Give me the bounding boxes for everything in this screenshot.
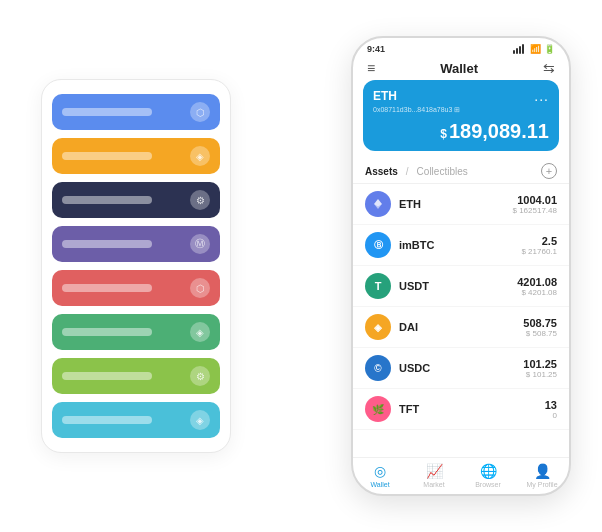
card-text-bar-7	[62, 416, 152, 424]
wifi-icon: 📶	[530, 44, 541, 54]
balance-amount: 189,089.11	[449, 120, 549, 142]
asset-amount-usd-tft: 0	[545, 411, 557, 420]
eth-card-name: ETH	[373, 89, 397, 103]
card-text-bar-3	[62, 240, 152, 248]
eth-card-balance: $189,089.11	[373, 120, 549, 143]
card-icon-3: Ⓜ	[190, 234, 210, 254]
asset-amount-usd-imbtc: $ 21760.1	[521, 247, 557, 256]
asset-amounts-imbtc: 2.5 $ 21760.1	[521, 235, 557, 256]
eth-card-more-icon[interactable]: ...	[534, 88, 549, 104]
asset-item-usdc[interactable]: © USDC 101.25 $ 101.25	[353, 348, 569, 389]
bottom-nav-profile[interactable]: 👤 My Profile	[515, 463, 569, 488]
asset-item-tft[interactable]: 🌿 TFT 13 0	[353, 389, 569, 430]
card-text-bar-0	[62, 108, 152, 116]
battery-icon: 🔋	[544, 44, 555, 54]
card-stack: ⬡ ◈ ⚙ Ⓜ ⬡ ◈ ⚙ ◈	[41, 79, 231, 453]
market-nav-label: Market	[423, 481, 444, 488]
eth-card[interactable]: ETH ... 0x08711d3b...8418a78u3 ⊞ $189,08…	[363, 80, 559, 151]
asset-icon-dai: ◈	[365, 314, 391, 340]
phone-mockup: 9:41 📶 🔋 ≡ Wallet ⇆ ETH ...	[351, 36, 571, 496]
browser-nav-icon: 🌐	[480, 463, 497, 479]
card-text-bar-2	[62, 196, 152, 204]
card-icon-4: ⬡	[190, 278, 210, 298]
add-asset-button[interactable]: +	[541, 163, 557, 179]
currency-symbol: $	[440, 127, 447, 141]
asset-name-usdt: USDT	[399, 280, 517, 292]
card-item-0[interactable]: ⬡	[52, 94, 220, 130]
asset-icon-usdt: T	[365, 273, 391, 299]
profile-nav-icon: 👤	[534, 463, 551, 479]
asset-amounts-usdc: 101.25 $ 101.25	[523, 358, 557, 379]
asset-item-imbtc[interactable]: Ⓑ imBTC 2.5 $ 21760.1	[353, 225, 569, 266]
asset-item-eth[interactable]: ETH 1004.01 $ 162517.48	[353, 184, 569, 225]
asset-list: ETH 1004.01 $ 162517.48 Ⓑ imBTC 2.5 $ 21…	[353, 184, 569, 457]
asset-name-usdc: USDC	[399, 362, 523, 374]
asset-amount-main-eth: 1004.01	[513, 194, 558, 206]
asset-icon-imbtc: Ⓑ	[365, 232, 391, 258]
card-icon-7: ◈	[190, 410, 210, 430]
asset-amounts-usdt: 4201.08 $ 4201.08	[517, 276, 557, 297]
tab-assets[interactable]: Assets	[365, 166, 398, 177]
svg-marker-0	[374, 199, 382, 207]
card-item-2[interactable]: ⚙	[52, 182, 220, 218]
asset-amount-usd-eth: $ 162517.48	[513, 206, 558, 215]
wallet-nav-label: Wallet	[370, 481, 389, 488]
eth-card-header: ETH ...	[373, 88, 549, 104]
bottom-nav: ◎ Wallet 📈 Market 🌐 Browser 👤 My Profile	[353, 457, 569, 494]
card-icon-1: ◈	[190, 146, 210, 166]
bottom-nav-market[interactable]: 📈 Market	[407, 463, 461, 488]
asset-amount-main-usdc: 101.25	[523, 358, 557, 370]
asset-amounts-eth: 1004.01 $ 162517.48	[513, 194, 558, 215]
asset-amount-main-tft: 13	[545, 399, 557, 411]
asset-name-tft: TFT	[399, 403, 545, 415]
market-nav-icon: 📈	[426, 463, 443, 479]
card-icon-0: ⬡	[190, 102, 210, 122]
nav-title: Wallet	[440, 61, 478, 76]
tab-collectibles[interactable]: Collectibles	[417, 166, 468, 177]
nav-bar: ≡ Wallet ⇆	[353, 56, 569, 80]
wallet-nav-icon: ◎	[374, 463, 386, 479]
asset-amount-usd-usdt: $ 4201.08	[517, 288, 557, 297]
card-icon-5: ◈	[190, 322, 210, 342]
profile-nav-label: My Profile	[526, 481, 557, 488]
asset-name-eth: ETH	[399, 198, 513, 210]
eth-card-address: 0x08711d3b...8418a78u3 ⊞	[373, 106, 549, 114]
card-text-bar-4	[62, 284, 152, 292]
card-item-5[interactable]: ◈	[52, 314, 220, 350]
card-text-bar-5	[62, 328, 152, 336]
asset-name-dai: DAI	[399, 321, 523, 333]
asset-amounts-tft: 13 0	[545, 399, 557, 420]
asset-amount-main-imbtc: 2.5	[521, 235, 557, 247]
tab-separator: /	[406, 166, 409, 177]
status-icons: 📶 🔋	[513, 44, 555, 54]
asset-amount-main-dai: 508.75	[523, 317, 557, 329]
status-time: 9:41	[367, 44, 385, 54]
signal-icon	[513, 44, 524, 54]
scene: ⬡ ◈ ⚙ Ⓜ ⬡ ◈ ⚙ ◈	[21, 21, 581, 511]
asset-amount-usd-dai: $ 508.75	[523, 329, 557, 338]
card-item-3[interactable]: Ⓜ	[52, 226, 220, 262]
bottom-nav-wallet[interactable]: ◎ Wallet	[353, 463, 407, 488]
asset-amount-usd-usdc: $ 101.25	[523, 370, 557, 379]
bottom-nav-browser[interactable]: 🌐 Browser	[461, 463, 515, 488]
card-text-bar-6	[62, 372, 152, 380]
card-item-7[interactable]: ◈	[52, 402, 220, 438]
asset-icon-usdc: ©	[365, 355, 391, 381]
card-icon-6: ⚙	[190, 366, 210, 386]
assets-header: Assets / Collectibles +	[353, 159, 569, 184]
asset-amounts-dai: 508.75 $ 508.75	[523, 317, 557, 338]
asset-item-dai[interactable]: ◈ DAI 508.75 $ 508.75	[353, 307, 569, 348]
card-icon-2: ⚙	[190, 190, 210, 210]
asset-item-usdt[interactable]: T USDT 4201.08 $ 4201.08	[353, 266, 569, 307]
card-text-bar-1	[62, 152, 152, 160]
status-bar: 9:41 📶 🔋	[353, 38, 569, 56]
card-item-6[interactable]: ⚙	[52, 358, 220, 394]
menu-icon[interactable]: ≡	[367, 60, 375, 76]
card-item-1[interactable]: ◈	[52, 138, 220, 174]
card-item-4[interactable]: ⬡	[52, 270, 220, 306]
asset-amount-main-usdt: 4201.08	[517, 276, 557, 288]
asset-name-imbtc: imBTC	[399, 239, 521, 251]
browser-nav-label: Browser	[475, 481, 501, 488]
scan-icon[interactable]: ⇆	[543, 60, 555, 76]
asset-icon-eth	[365, 191, 391, 217]
